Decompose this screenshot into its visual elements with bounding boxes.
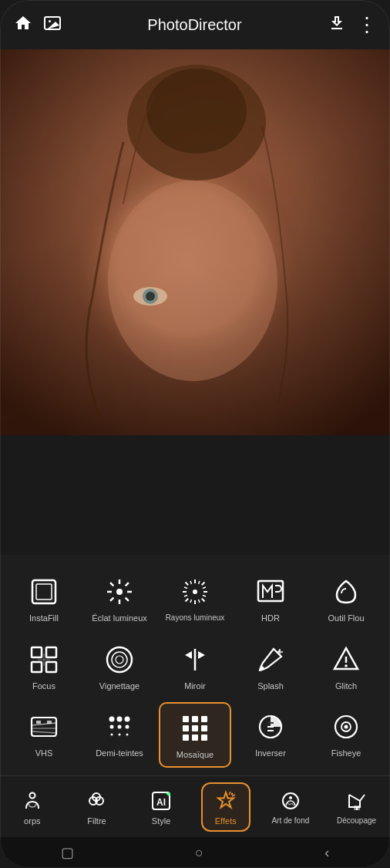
svg-point-66 (109, 716, 115, 721)
svg-line-28 (202, 583, 205, 586)
nav-style-label: Style (152, 816, 170, 826)
svg-rect-75 (183, 716, 189, 722)
nav-item-corps[interactable]: orps (8, 784, 57, 830)
effect-flou-label: Outil Flou (328, 613, 364, 623)
effect-splash[interactable]: Splash (234, 635, 307, 697)
svg-line-61 (32, 723, 56, 725)
effect-rayons[interactable]: Rayons lumineux (159, 567, 231, 630)
svg-marker-50 (198, 651, 205, 659)
effect-demiteintes[interactable]: Demi-teintes (83, 702, 156, 768)
svg-rect-79 (192, 725, 198, 731)
svg-point-97 (167, 792, 170, 795)
effect-glitch[interactable]: Glitch (310, 635, 382, 697)
nav-item-effets[interactable]: Effets (201, 782, 250, 832)
svg-line-19 (126, 583, 129, 586)
svg-point-51 (261, 666, 264, 670)
svg-point-69 (110, 724, 114, 728)
recent-apps-button[interactable]: ▢ (61, 844, 74, 861)
effect-vhs-label: VHS (35, 748, 53, 758)
svg-line-17 (110, 583, 113, 586)
effect-hdr-label: HDR (261, 613, 280, 623)
svg-point-45 (107, 647, 132, 672)
style-icon: AI (149, 789, 173, 813)
svg-line-35 (203, 596, 206, 597)
nav-item-style[interactable]: AI Style (136, 784, 186, 830)
effect-miroir[interactable]: Miroir (159, 635, 231, 697)
effect-splash-label: Splash (257, 681, 284, 691)
effect-glitch-label: Glitch (335, 681, 357, 691)
effects-grid: InstaFill Éclat lumineux (8, 567, 382, 768)
svg-point-98 (230, 792, 233, 795)
effect-instafill[interactable]: InstaFill (8, 567, 80, 630)
gallery-icon[interactable] (43, 14, 62, 35)
filtre-icon (84, 789, 109, 813)
svg-line-31 (199, 581, 200, 584)
svg-point-72 (111, 733, 113, 735)
svg-rect-41 (32, 662, 42, 672)
svg-line-27 (202, 599, 205, 602)
effect-mosaique[interactable]: Mosaïque (159, 702, 231, 768)
svg-rect-78 (183, 725, 189, 731)
svg-point-52 (278, 650, 281, 654)
effect-demiteintes-label: Demi-teintes (96, 748, 143, 758)
effect-vhs[interactable]: VHS (8, 702, 80, 768)
effects-panel: InstaFill Éclat lumineux (0, 555, 390, 775)
svg-line-18 (126, 598, 129, 601)
home-button[interactable]: ○ (195, 845, 203, 861)
nav-decoupage-label: Découpage (337, 816, 376, 825)
nav-item-decoupage[interactable]: Découpage (331, 784, 382, 829)
svg-line-34 (203, 587, 206, 589)
svg-point-70 (118, 724, 122, 728)
effect-flou[interactable]: Outil Flou (310, 567, 382, 630)
effets-icon (213, 789, 238, 813)
effect-inverser[interactable]: Inverser (234, 702, 307, 768)
svg-point-6 (108, 181, 277, 381)
effect-eclat-label: Éclat lumineux (92, 613, 147, 623)
svg-line-30 (190, 581, 192, 584)
svg-point-5 (146, 69, 247, 154)
effect-hdr[interactable]: HDR (234, 567, 307, 630)
effect-miroir-label: Miroir (184, 681, 206, 691)
nav-corps-label: orps (24, 816, 40, 826)
svg-rect-83 (201, 735, 207, 741)
nav-item-filtre[interactable]: Filtre (72, 784, 121, 830)
svg-line-29 (186, 599, 189, 602)
effect-vignettage[interactable]: Vignettage (83, 635, 156, 697)
svg-point-71 (126, 724, 129, 728)
download-icon[interactable] (328, 14, 346, 35)
svg-rect-39 (32, 647, 42, 657)
effect-rayons-label: Rayons lumineux (166, 613, 225, 623)
artdefond-icon (278, 789, 303, 813)
svg-marker-49 (185, 651, 192, 659)
svg-line-37 (199, 599, 200, 603)
home-icon[interactable] (14, 14, 32, 35)
bottom-nav: orps Filtre AI Style (0, 775, 390, 837)
svg-point-67 (117, 716, 123, 721)
svg-point-46 (112, 652, 127, 667)
svg-line-63 (32, 731, 56, 733)
svg-point-12 (116, 589, 123, 595)
svg-point-9 (146, 292, 155, 301)
back-button[interactable]: ‹ (324, 845, 329, 861)
nav-item-artdefond[interactable]: Art de fond (265, 784, 315, 829)
svg-point-1 (49, 20, 51, 22)
more-menu-icon[interactable]: ⋮ (357, 15, 376, 35)
effect-fisheye[interactable]: Fisheye (310, 702, 382, 768)
svg-rect-82 (192, 735, 198, 741)
app-title: PhotoDirector (71, 16, 318, 34)
effect-eclat[interactable]: Éclat lumineux (83, 567, 156, 630)
svg-rect-81 (183, 735, 189, 741)
top-bar-right-icons: ⋮ (328, 14, 376, 35)
svg-rect-40 (46, 647, 56, 657)
svg-rect-11 (36, 584, 52, 599)
nav-effets-label: Effets (215, 816, 237, 826)
svg-rect-80 (201, 725, 207, 731)
svg-point-68 (125, 716, 130, 721)
top-bar: PhotoDirector ⋮ (0, 0, 390, 49)
effect-focus[interactable]: Focus (8, 635, 80, 697)
nav-artdefond-label: Art de fond (271, 816, 309, 825)
effect-focus-label: Focus (32, 681, 55, 691)
effect-mosaique-label: Mosaïque (177, 750, 213, 760)
effect-vignettage-label: Vignettage (99, 681, 140, 691)
nav-filtre-label: Filtre (87, 816, 106, 826)
